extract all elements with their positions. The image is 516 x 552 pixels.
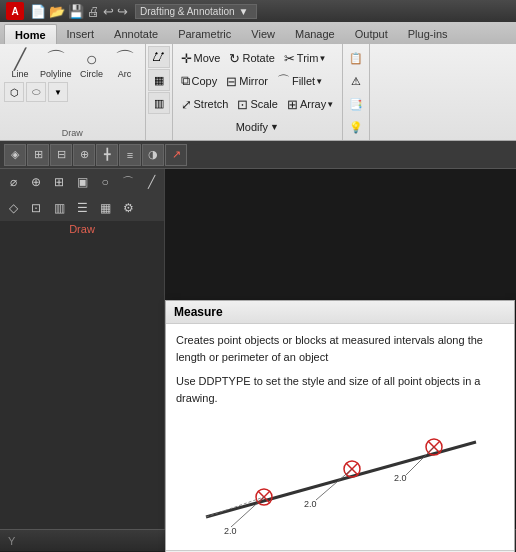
modify-group-label — [177, 138, 339, 140]
circle-tool-btn[interactable]: ○ — [94, 171, 116, 193]
gradient-button[interactable]: ▥ — [148, 92, 170, 114]
rotate-button[interactable]: ↻ Rotate — [225, 48, 278, 68]
svg-text:2.0: 2.0 — [224, 526, 237, 536]
tab-plugins[interactable]: Plug-ins — [398, 24, 458, 44]
arc-button[interactable]: ⌒ Arc — [109, 47, 141, 81]
trim-button[interactable]: ✂ Trim ▼ — [280, 48, 331, 68]
scale-button[interactable]: ⊡ Scale — [233, 94, 282, 114]
hatch-tool-btn[interactable]: ▣ — [71, 171, 93, 193]
tooltip-desc1: Creates point objects or blocks at measu… — [176, 332, 504, 365]
modify-footer: Modify ▼ — [177, 117, 339, 137]
tab-view[interactable]: View — [241, 24, 285, 44]
line-label: Line — [11, 69, 28, 79]
settings-tool-btn[interactable]: ⚙ — [117, 197, 139, 219]
move-icon: ✛ — [181, 51, 192, 66]
grid-button[interactable]: ⊞ — [27, 144, 49, 166]
line-tool-btn[interactable]: ╱ — [140, 171, 162, 193]
tooltip-desc2: Use DDPTYPE to set the style and size of… — [176, 373, 504, 406]
workspace-dropdown[interactable]: Drafting & Annotation ▼ — [135, 4, 257, 19]
scale-icon: ⊡ — [237, 97, 248, 112]
redo-icon[interactable]: ↪ — [117, 4, 128, 19]
stretch-button[interactable]: ⤢ Stretch — [177, 94, 233, 114]
block-tool-btn[interactable]: ▥ — [48, 197, 70, 219]
arc-tool-btn[interactable]: ⌒ — [117, 171, 139, 193]
trim-icon: ✂ — [284, 51, 295, 66]
print-icon[interactable]: 🖨 — [87, 4, 100, 19]
lineweight-button[interactable]: ≡ — [119, 144, 141, 166]
tooltip-diagram: 2.0 2.0 2.0 — [176, 422, 504, 542]
polygon-button[interactable]: ⬡ — [4, 82, 24, 102]
snap-tool-btn[interactable]: ⊞ — [48, 171, 70, 193]
main-area: ⌀ ⊕ ⊞ ▣ ○ ⌒ ╱ ◇ ⊡ ▥ ☰ ▦ ⚙ Draw Measure C… — [0, 169, 516, 529]
layers-button[interactable]: 📑 — [345, 93, 367, 115]
move-button[interactable]: ✛ Move — [177, 48, 225, 68]
measure-diagram-svg: 2.0 2.0 2.0 — [176, 422, 504, 542]
array-button[interactable]: ⊞ Array ▼ — [283, 94, 338, 114]
circle-button[interactable]: ○ Circle — [76, 47, 108, 81]
transparency-button[interactable]: ◑ — [142, 144, 164, 166]
undo-icon[interactable]: ↩ — [103, 4, 114, 19]
mirror-button[interactable]: ⊟ Mirror — [222, 71, 272, 91]
obj-snap-button[interactable]: ◈ — [4, 144, 26, 166]
fillet-button[interactable]: ⌒ Fillet ▼ — [273, 71, 327, 91]
polyline-icon: ⌒ — [46, 49, 66, 69]
point-tool-btn[interactable]: ☰ — [71, 197, 93, 219]
ellipse-button[interactable]: ⬭ — [26, 82, 46, 102]
fillet-dropdown-icon: ▼ — [315, 77, 323, 86]
tab-home[interactable]: Home — [4, 24, 57, 44]
stretch-icon: ⤢ — [181, 97, 192, 112]
polyline-tool-btn[interactable]: ⌀ — [2, 171, 24, 193]
region-tool-btn[interactable]: ▦ — [94, 197, 116, 219]
properties-button[interactable]: 📋 — [345, 47, 367, 69]
right-group-label — [345, 138, 367, 140]
more-button[interactable]: ▼ — [48, 82, 68, 102]
modify-row-2: ⧉ Copy ⊟ Mirror ⌒ Fillet ▼ — [177, 70, 339, 92]
line-button[interactable]: ╱ Line — [4, 47, 36, 81]
mirror-label: Mirror — [239, 75, 268, 87]
tab-manage[interactable]: Manage — [285, 24, 345, 44]
selection-button[interactable]: ↗ — [165, 144, 187, 166]
copy-icon: ⧉ — [181, 73, 190, 89]
tab-output[interactable]: Output — [345, 24, 398, 44]
lightbulb-button[interactable]: 💡 — [345, 116, 367, 138]
tooltip-body: Creates point objects or blocks at measu… — [166, 324, 514, 414]
polyline-button[interactable]: ⌒ Polyline — [37, 47, 75, 81]
modify-dropdown-button[interactable]: Modify ▼ — [177, 117, 339, 137]
text-tool-btn[interactable]: ⊡ — [25, 197, 47, 219]
svg-text:2.0: 2.0 — [304, 499, 317, 509]
fillet-icon: ⌒ — [277, 72, 290, 90]
line-icon: ╱ — [14, 49, 26, 69]
tooltip-title: Measure — [166, 301, 514, 324]
unsaved-button[interactable]: ⚠ — [345, 70, 367, 92]
svg-line-0 — [206, 442, 476, 517]
extra-tools-group: ⌰ ▦ ▥ — [146, 44, 173, 140]
copy-button[interactable]: ⧉ Copy — [177, 71, 222, 91]
tab-annotate[interactable]: Annotate — [104, 24, 168, 44]
mirror-icon: ⊟ — [226, 74, 237, 89]
new-file-icon[interactable]: 📄 — [30, 4, 46, 19]
spline-button[interactable]: ⌰ — [148, 46, 170, 68]
polar-button[interactable]: ⊕ — [73, 144, 95, 166]
secondary-toolbar: ◈ ⊞ ⊟ ⊕ ╋ ≡ ◑ ↗ — [0, 141, 516, 169]
save-file-icon[interactable]: 💾 — [68, 4, 84, 19]
open-file-icon[interactable]: 📂 — [49, 4, 65, 19]
left-sidebar: ⌀ ⊕ ⊞ ▣ ○ ⌒ ╱ ◇ ⊡ ▥ ☰ ▦ ⚙ Draw — [0, 169, 165, 529]
fillet-label: Fillet — [292, 75, 315, 87]
trim-label: Trim — [297, 52, 319, 64]
ribbon-group-right: 📋 ⚠ 📑 💡 — [343, 44, 370, 140]
measure-tool-btn[interactable]: ⊕ — [25, 171, 47, 193]
app-logo[interactable]: A — [6, 2, 24, 20]
move-label: Move — [194, 52, 221, 64]
tab-parametric[interactable]: Parametric — [168, 24, 241, 44]
copy-label: Copy — [192, 75, 218, 87]
ortho-button[interactable]: ⊟ — [50, 144, 72, 166]
array-icon: ⊞ — [287, 97, 298, 112]
polyline-label: Polyline — [40, 69, 72, 79]
snap-track-button[interactable]: ╋ — [96, 144, 118, 166]
trim-dropdown-icon: ▼ — [318, 54, 326, 63]
dim-tool-btn[interactable]: ◇ — [2, 197, 24, 219]
svg-text:2.0: 2.0 — [394, 473, 407, 483]
status-coord-y: Y — [8, 535, 15, 547]
tab-insert[interactable]: Insert — [57, 24, 105, 44]
hatch-button[interactable]: ▦ — [148, 69, 170, 91]
